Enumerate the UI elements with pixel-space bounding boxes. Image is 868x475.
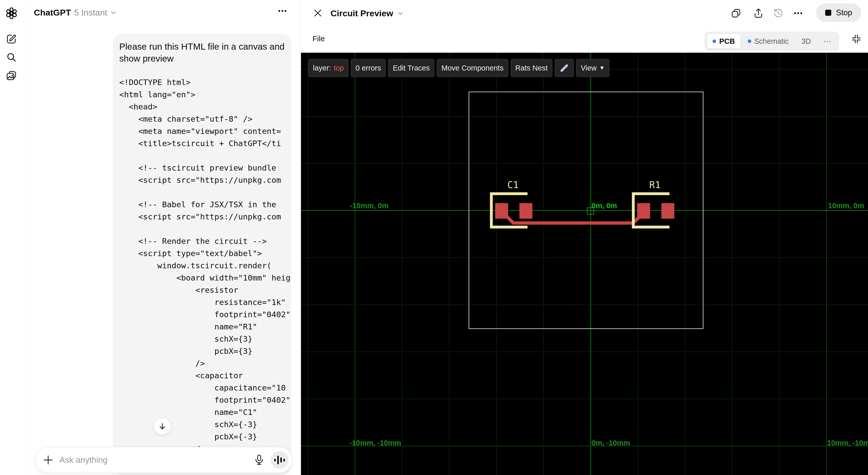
sidebar xyxy=(0,0,24,475)
canvas-close-button[interactable] xyxy=(313,8,322,18)
composer xyxy=(36,447,292,473)
voice-waveform-icon xyxy=(274,456,285,464)
pcb-svg: C1R10m, 0m-10mm, 0m10mm, 0m-10mm, -10mm0… xyxy=(301,53,868,475)
canvas-header: Circuit Preview xyxy=(301,0,868,27)
user-message-bubble: Please run this HTML file in a canvas an… xyxy=(113,34,291,475)
chat-more-button[interactable] xyxy=(277,9,287,13)
collapse-icon xyxy=(851,34,861,44)
history-button[interactable] xyxy=(773,8,784,19)
voice-mode-button[interactable] xyxy=(271,451,288,469)
0-errors-button[interactable]: 0 errors xyxy=(351,59,385,77)
ellipsis-icon xyxy=(277,9,287,13)
message-input[interactable] xyxy=(59,455,254,465)
dictate-button[interactable] xyxy=(254,454,264,466)
close-icon xyxy=(313,8,322,18)
chevron-down-icon xyxy=(397,11,403,15)
canvas-more-button[interactable] xyxy=(793,8,804,19)
chat-panel: ChatGPT 5 Instant Please run this HTML f… xyxy=(24,0,301,475)
edit-traces-button[interactable]: Edit Traces xyxy=(388,59,434,77)
pcb-toolbar: layer:top0 errorsEdit TracesMove Compone… xyxy=(308,59,609,77)
copy-button[interactable] xyxy=(731,8,742,19)
attach-button[interactable] xyxy=(43,455,53,465)
tab-label: 3D xyxy=(802,37,811,45)
library-images-icon xyxy=(6,70,17,81)
view-label: View xyxy=(581,64,597,72)
tab-label: ⋯ xyxy=(824,37,831,45)
pad1-r1 xyxy=(637,203,650,219)
pcb-viewport[interactable]: C1R10m, 0m-10mm, 0m10mm, 0m-10mm, -10mm0… xyxy=(301,53,868,475)
edit-pencil-button[interactable] xyxy=(555,59,574,77)
tab-3d[interactable]: 3D xyxy=(796,34,816,48)
user-message-text: Please run this HTML file in a canvas an… xyxy=(119,40,286,64)
move-components-button[interactable]: Move Components xyxy=(437,59,508,77)
openai-logo-icon xyxy=(6,7,17,19)
copy-icon xyxy=(731,8,741,18)
pad1-c1 xyxy=(495,203,508,219)
model-name: 5 Instant xyxy=(74,8,107,18)
chevron-down-icon xyxy=(110,11,117,15)
canvas-menubar: File PCBSchematic3D⋯ xyxy=(301,27,868,53)
library-button[interactable] xyxy=(5,69,18,82)
caret-down-icon: ▼ xyxy=(599,65,605,71)
pad2-r1 xyxy=(661,203,674,219)
file-menu[interactable]: File xyxy=(312,34,325,43)
app-title: ChatGPT xyxy=(34,8,71,18)
stop-button[interactable]: Stop xyxy=(816,4,861,22)
new-chat-button[interactable] xyxy=(5,33,18,45)
coordinate-label-left-bottom: -10mm, -10mm xyxy=(349,439,401,447)
share-upload-icon xyxy=(753,8,763,18)
search-icon xyxy=(6,52,17,62)
stop-square-icon xyxy=(825,10,831,16)
tab-label: PCB xyxy=(719,37,735,45)
component-label-r1: R1 xyxy=(649,179,661,191)
tab-active-dot xyxy=(748,39,751,43)
history-icon xyxy=(773,8,783,18)
tab-⋯[interactable]: ⋯ xyxy=(818,34,837,48)
microphone-icon xyxy=(254,454,264,466)
layer-value: top xyxy=(334,64,344,72)
arrow-down-icon xyxy=(158,422,166,431)
stop-label: Stop xyxy=(836,8,852,17)
layer-label: layer: xyxy=(313,64,331,72)
share-button[interactable] xyxy=(753,8,764,19)
user-message-code: <!DOCTYPE html> <html lang="en"> <head> … xyxy=(119,76,291,455)
collapse-canvas-button[interactable] xyxy=(851,34,861,44)
tab-pcb[interactable]: PCB xyxy=(707,34,740,48)
rats-nest-button[interactable]: Rats Nest xyxy=(511,59,552,77)
chat-header: ChatGPT 5 Instant xyxy=(24,0,301,27)
search-button[interactable] xyxy=(5,51,18,64)
pad2-c1 xyxy=(519,203,532,219)
pencil-icon xyxy=(560,64,568,72)
model-selector[interactable]: ChatGPT 5 Instant xyxy=(34,8,117,18)
openai-logo[interactable] xyxy=(5,7,18,20)
view-dropdown-button[interactable]: View▼ xyxy=(576,59,609,77)
ellipsis-icon xyxy=(793,11,803,15)
component-label-c1: C1 xyxy=(507,179,519,191)
plus-icon xyxy=(43,455,53,465)
canvas-title: Circuit Preview xyxy=(331,8,393,18)
coordinate-label-left-mid: -10mm, 0m xyxy=(350,202,389,210)
tab-label: Schematic xyxy=(754,37,789,45)
new-chat-icon xyxy=(6,34,17,44)
coordinate-label-right-bottom: 10mm, -10mm xyxy=(827,439,868,447)
scroll-to-bottom-button[interactable] xyxy=(154,418,171,435)
coordinate-label-center-bottom: 0m, -10mm xyxy=(591,439,630,447)
canvas-panel: Circuit Preview xyxy=(301,0,868,475)
tab-schematic[interactable]: Schematic xyxy=(742,34,794,48)
canvas-title-dropdown[interactable]: Circuit Preview xyxy=(331,8,403,18)
coordinate-label-right-mid: 10mm, 0m xyxy=(828,202,864,210)
layer-select-button[interactable]: layer:top xyxy=(308,59,348,77)
view-mode-tabs: PCBSchematic3D⋯ xyxy=(704,32,839,51)
origin-coordinate-label: 0m, 0m xyxy=(591,202,617,210)
tab-active-dot xyxy=(713,39,716,43)
